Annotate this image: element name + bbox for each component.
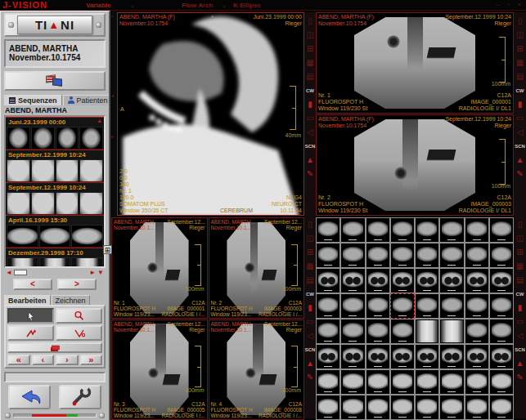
cw-label[interactable]: CW — [515, 290, 524, 298]
series-entry[interactable]: Dezember.29.1998 17:10 — [6, 248, 104, 268]
grid-ct-thumbnail[interactable] — [390, 344, 415, 369]
grid-ct-thumbnail[interactable] — [390, 369, 415, 395]
next-series-button[interactable]: > — [57, 279, 97, 290]
triangle-up-icon[interactable]: ▲ — [516, 360, 524, 368]
grid-ct-thumbnail[interactable] — [489, 344, 514, 369]
settings-button[interactable] — [59, 385, 101, 409]
window-level-tool-button[interactable] — [7, 325, 54, 341]
grid-ct-thumbnail[interactable] — [316, 319, 340, 344]
layout-rows-icon[interactable]: ▤ — [516, 276, 524, 284]
triangle-up-icon[interactable]: ▲ — [306, 360, 314, 368]
layout-2x2-icon[interactable]: ⊞ — [516, 45, 523, 53]
menu-item-3[interactable]: K Ellipse — [233, 2, 261, 9]
grid-ct-thumbnail[interactable] — [489, 217, 514, 243]
scn-label[interactable]: SCN — [515, 142, 525, 150]
book-icon[interactable]: ▮ — [518, 101, 523, 109]
grid-topogram-thumbnail[interactable] — [415, 319, 439, 344]
grid-ct-thumbnail[interactable] — [489, 293, 514, 319]
pencil-icon[interactable]: ✎ — [307, 373, 313, 382]
series-thumbnail[interactable] — [7, 159, 30, 182]
viewport-fluoro-grid-2[interactable]: ABEND, MARTH...November.10.1... Septembe… — [209, 217, 305, 319]
scroll-handle[interactable] — [14, 270, 27, 275]
grid-ct-thumbnail[interactable] — [366, 369, 390, 395]
grid-ct-thumbnail[interactable] — [465, 395, 489, 420]
scroll-corner-icon[interactable]: ▼ — [97, 269, 104, 276]
grid-ct-thumbnail[interactable] — [439, 344, 464, 369]
scn-label[interactable]: SCN — [305, 346, 316, 354]
grid-ct-thumbnail[interactable] — [340, 293, 365, 319]
grid-ct-thumbnail[interactable] — [415, 369, 439, 395]
series-thumbnail[interactable] — [71, 257, 103, 268]
tab-sequences[interactable]: Sequenzen — [4, 95, 62, 105]
grid-ct-thumbnail[interactable] — [340, 344, 365, 369]
scn-label[interactable]: SCN — [515, 346, 525, 354]
grid-ct-thumbnail[interactable] — [390, 293, 415, 319]
viewport-fluoro-2[interactable]: ABEND, MARTHA (F)November.10.1754 Septem… — [316, 114, 514, 216]
grid-ct-thumbnail[interactable] — [366, 293, 390, 319]
series-thumbnail[interactable] — [56, 192, 79, 215]
grid-ct-thumbnail[interactable] — [366, 217, 390, 243]
layout-1x2-icon[interactable]: ◫ — [516, 31, 524, 39]
close-icon[interactable]: × — [515, 1, 523, 8]
grid-ct-thumbnail[interactable] — [316, 293, 340, 319]
grid-ct-thumbnail[interactable] — [316, 217, 340, 243]
viewport-fluoro-grid-4[interactable]: ABEND, MARTH...November.10.1... Septembe… — [209, 319, 305, 420]
grid-ct-thumbnail[interactable] — [366, 344, 390, 369]
layout-1x2-icon[interactable]: ◫ — [306, 31, 313, 39]
series-thumbnail[interactable] — [79, 192, 103, 215]
grid-ct-thumbnail[interactable] — [465, 369, 489, 395]
trash-icon[interactable]: ▯ — [308, 17, 312, 25]
layout-3x3-icon[interactable]: ▦ — [516, 262, 524, 270]
scroll-left-icon[interactable]: ◄ — [6, 269, 12, 276]
grid-ct-thumbnail[interactable] — [489, 395, 514, 420]
layout-2x2-icon[interactable]: ⊞ — [307, 248, 313, 257]
grid-ct-thumbnail[interactable] — [415, 268, 439, 293]
grid-ct-thumbnail[interactable] — [439, 217, 464, 243]
series-thumbnail[interactable] — [7, 127, 30, 150]
grid-ct-thumbnail[interactable] — [340, 243, 365, 268]
viewport-fluoro-grid-1[interactable]: ABEND, MARTH...November.10.1... Septembe… — [111, 217, 208, 319]
grid-ct-thumbnail[interactable] — [340, 268, 365, 293]
menu-item-2[interactable]: Flow Arch — [182, 2, 213, 9]
grid-ct-thumbnail[interactable] — [390, 268, 415, 293]
printer-icon[interactable]: ▭ — [516, 318, 524, 326]
grid-ct-thumbnail[interactable] — [316, 268, 340, 293]
grid-ct-thumbnail[interactable] — [439, 268, 464, 293]
scn-label[interactable]: SCN — [305, 142, 316, 150]
pencil-icon[interactable]: ✎ — [307, 170, 313, 178]
tab-patients[interactable]: Patienten — [63, 95, 110, 105]
series-entry[interactable]: April.16.1999 15:30 — [6, 215, 104, 248]
series-thumbnail[interactable] — [31, 127, 55, 150]
splitter-handle[interactable]: ⊞ — [103, 245, 112, 254]
grid-ct-thumbnail[interactable] — [415, 344, 439, 369]
speaker-icon[interactable]: ◁ — [307, 128, 313, 136]
grid-ct-thumbnail[interactable] — [366, 319, 390, 344]
grid-ct-thumbnail[interactable] — [465, 243, 489, 268]
cw-label[interactable]: CW — [515, 87, 524, 95]
grid-ct-thumbnail[interactable] — [390, 217, 415, 243]
grid-ct-thumbnail[interactable] — [439, 395, 464, 420]
series-thumbnail[interactable] — [7, 225, 38, 248]
pencil-icon[interactable]: ✎ — [516, 373, 523, 382]
grid-ct-thumbnail[interactable] — [390, 319, 415, 344]
viewport-ct-scout[interactable]: ABEND, MARTHA (F)November.10.1754 Juni.2… — [117, 12, 304, 216]
grid-ct-thumbnail[interactable] — [439, 293, 464, 319]
grid-ct-thumbnail[interactable] — [465, 319, 489, 344]
speaker-icon[interactable]: ◁ — [517, 128, 524, 136]
grid-ct-thumbnail[interactable] — [489, 369, 514, 395]
series-entry[interactable]: September.12.1999 10:24 — [6, 150, 104, 182]
series-thumbnail[interactable] — [7, 257, 38, 268]
first-image-button[interactable]: « — [7, 355, 30, 365]
filter-input[interactable] — [4, 372, 106, 382]
tab-edit[interactable]: Bearbeiten — [4, 295, 51, 305]
grid-ct-thumbnail[interactable] — [366, 268, 390, 293]
series-entry[interactable]: Juni.23.1999 00:00 ▲ — [6, 117, 104, 150]
grid-ct-thumbnail[interactable] — [489, 243, 514, 268]
grid-ct-thumbnail[interactable] — [439, 243, 464, 268]
cw-label[interactable]: CW — [306, 87, 314, 95]
viewport-fluoro-1[interactable]: ABEND, MARTHA (F)November.10.1754 Septem… — [316, 12, 514, 114]
triangle-up-icon[interactable]: ▲ — [306, 156, 314, 164]
zoom-tool-button[interactable] — [56, 308, 102, 324]
series-thumbnail[interactable] — [56, 159, 79, 182]
book-icon[interactable]: ▮ — [308, 101, 312, 109]
